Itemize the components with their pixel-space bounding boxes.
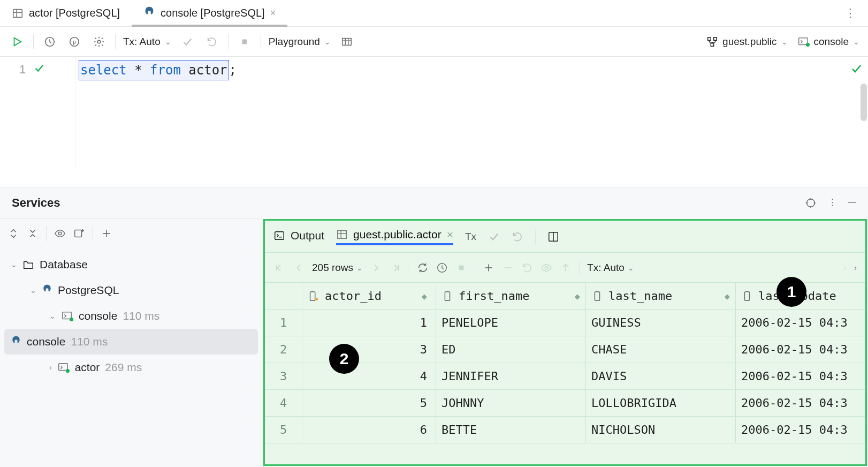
target-icon[interactable] — [805, 197, 817, 209]
cell-last-update[interactable]: 2006-02-15 04:3 — [736, 417, 865, 443]
svg-rect-32 — [63, 312, 72, 319]
sql-editor[interactable]: 1 select * from actor; — [0, 57, 868, 167]
playground-dropdown[interactable]: Playground ⌄ — [269, 36, 331, 48]
cell-last-update[interactable]: 2006-02-15 04:3 — [736, 363, 865, 389]
tree-actor-group[interactable]: › actor 269 ms — [0, 355, 262, 380]
history-icon[interactable] — [436, 262, 448, 274]
next-icon[interactable]: › — [854, 263, 857, 272]
tx-mode-dropdown[interactable]: Tx: Auto ⌄ — [123, 36, 171, 48]
stop-icon[interactable] — [455, 262, 467, 274]
svg-rect-50 — [310, 291, 315, 300]
svg-rect-54 — [744, 291, 749, 300]
cell-first-name[interactable]: JENNIFER — [436, 363, 586, 389]
preview-changes-icon[interactable] — [540, 262, 552, 274]
table-row[interactable]: 56BETTENICHOLSON2006-02-15 04:3 — [265, 417, 865, 443]
session-selector[interactable]: console ⌄ — [797, 36, 860, 48]
rollback-icon[interactable] — [203, 33, 220, 50]
editor-toolbar: p Tx: Auto ⌄ Playground ⌄ guest.public ⌄ — [0, 27, 868, 57]
cell-last-update[interactable]: 2006-02-15 04:3 — [736, 310, 865, 336]
table-row[interactable]: 45JOHNNYLOLLOBRIGIDA2006-02-15 04:3 — [265, 390, 865, 417]
result-grid[interactable]: actor_id ◆ first_name ◆ last_name ◆ — [265, 283, 865, 464]
tab-overflow-menu[interactable]: ⋮ — [833, 0, 868, 26]
tab-output[interactable]: Output — [273, 229, 324, 244]
cell-actor-id[interactable]: 3 — [302, 336, 436, 363]
scrollbar[interactable] — [861, 84, 867, 121]
new-session-icon[interactable] — [73, 228, 85, 239]
close-icon[interactable]: × — [447, 228, 453, 241]
cell-last-name[interactable]: GUINESS — [586, 310, 736, 336]
cell-first-name[interactable]: BETTE — [436, 417, 586, 443]
history-icon[interactable] — [41, 33, 58, 50]
minimize-icon[interactable]: — — [848, 197, 856, 209]
sort-icon[interactable]: ◆ — [575, 291, 580, 302]
schema-selector[interactable]: guest.public ⌄ — [706, 36, 787, 48]
column-header[interactable]: last_name ◆ — [586, 283, 736, 309]
svg-rect-20 — [798, 37, 808, 44]
folder-icon — [22, 259, 34, 270]
remove-row-icon[interactable] — [502, 262, 514, 274]
chevron-right-icon: › — [49, 363, 52, 372]
prev-icon[interactable]: ‹ — [844, 263, 847, 272]
revert-icon[interactable] — [521, 262, 533, 274]
next-page-icon[interactable] — [370, 262, 382, 274]
rollback-icon[interactable] — [512, 231, 523, 243]
add-icon[interactable] — [101, 228, 112, 239]
sort-icon[interactable]: ◆ — [725, 291, 730, 302]
cell-first-name[interactable]: JOHNNY — [436, 390, 586, 416]
commit-icon[interactable] — [488, 231, 500, 243]
cell-actor-id[interactable]: 5 — [302, 390, 436, 416]
key-column-icon — [308, 290, 319, 302]
svg-rect-15 — [711, 43, 714, 46]
tree-postgresql[interactable]: ⌄ PostgreSQL — [0, 277, 262, 303]
prev-page-icon[interactable] — [293, 262, 304, 274]
run-button[interactable] — [9, 33, 26, 50]
cell-last-update[interactable]: 2006-02-15 04:3 — [736, 336, 865, 363]
cell-last-name[interactable]: LOLLOBRIGIDA — [586, 390, 736, 416]
tab-console[interactable]: console [PostgreSQL] × — [132, 0, 287, 26]
cell-last-update[interactable]: 2006-02-15 04:3 — [736, 390, 865, 416]
svg-point-48 — [545, 266, 548, 269]
layout-icon[interactable] — [547, 231, 559, 243]
view-mode-icon[interactable] — [338, 33, 355, 50]
cell-first-name[interactable]: ED — [436, 336, 586, 363]
cell-last-name[interactable]: CHASE — [586, 336, 736, 363]
first-page-icon[interactable] — [273, 262, 285, 274]
column-icon — [741, 290, 753, 302]
expand-all-icon[interactable] — [7, 228, 19, 239]
tab-label: console [PostgreSQL] — [161, 7, 265, 19]
tab-actor[interactable]: actor [PostgreSQL] — [0, 0, 132, 26]
refresh-icon[interactable] — [417, 262, 429, 274]
row-count-dropdown[interactable]: 205 rows ⌄ — [312, 262, 363, 274]
tab-result-grid[interactable]: guest.public.actor × — [336, 228, 453, 245]
tx-auto-dropdown[interactable]: Tx: Auto ⌄ — [587, 262, 634, 274]
stop-button[interactable] — [236, 33, 253, 50]
tree-console-group[interactable]: ⌄ console 110 ms — [0, 303, 262, 329]
add-row-icon[interactable] — [483, 262, 494, 274]
cell-first-name[interactable]: PENELOPE — [436, 310, 586, 336]
cell-actor-id[interactable]: 4 — [302, 363, 436, 389]
settings-icon[interactable] — [90, 33, 108, 50]
sort-icon[interactable]: ◆ — [422, 291, 427, 302]
close-icon[interactable]: × — [270, 7, 276, 19]
column-header[interactable]: first_name ◆ — [436, 283, 586, 309]
cell-last-name[interactable]: NICHOLSON — [586, 417, 736, 443]
code-line[interactable]: select * from actor; — [75, 57, 868, 167]
cell-actor-id[interactable]: 6 — [302, 417, 436, 443]
column-header[interactable]: actor_id ◆ — [302, 283, 436, 309]
submit-icon[interactable] — [560, 262, 572, 274]
tree-console-session[interactable]: console 110 ms — [4, 329, 258, 355]
explain-plan-icon[interactable]: p — [66, 33, 83, 50]
collapse-all-icon[interactable] — [27, 228, 39, 239]
cell-actor-id[interactable]: 1 — [302, 310, 436, 336]
terminal-icon — [273, 230, 285, 242]
cell-last-name[interactable]: DAVIS — [586, 363, 736, 389]
table-row[interactable]: 11PENELOPEGUINESS2006-02-15 04:3 — [265, 310, 865, 336]
schema-icon — [706, 36, 718, 48]
commit-icon[interactable] — [179, 33, 196, 50]
last-page-icon[interactable] — [390, 262, 401, 274]
tree-database-root[interactable]: ⌄ Database — [0, 252, 262, 277]
show-icon[interactable] — [54, 228, 66, 239]
svg-rect-27 — [75, 230, 82, 237]
panel-menu-icon[interactable]: ⋮ — [828, 197, 836, 209]
services-panel: Services ⋮ — ⌄ — [0, 187, 868, 467]
